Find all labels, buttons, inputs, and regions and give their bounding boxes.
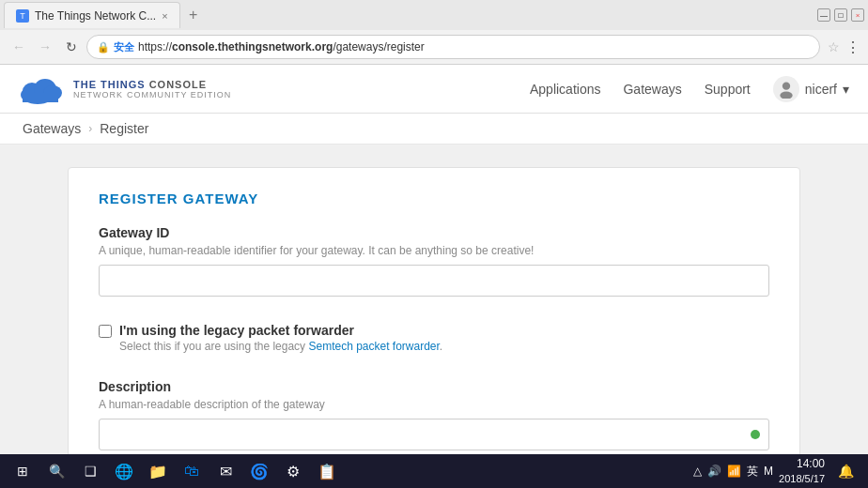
- taskbar-time: 14:00: [779, 456, 825, 472]
- nav-bar: ← → ↻ 🔒 安全 https://console.thethingsnetw…: [0, 30, 868, 64]
- nav-support[interactable]: Support: [705, 82, 751, 97]
- breadcrumb: Gateways › Register: [0, 114, 868, 145]
- back-button[interactable]: ←: [8, 36, 30, 58]
- legacy-hint-suffix: .: [440, 340, 442, 353]
- secure-label: 安全: [114, 40, 134, 54]
- taskbar-store-icon[interactable]: 🛍: [177, 456, 207, 486]
- taskbar-left: ⊞ 🔍 ❑ 🌐 📁 🛍 ✉ 🌀 ⚙ 📋: [8, 456, 342, 486]
- legacy-checkbox-hint: Select this if you are using the legacy …: [119, 340, 442, 353]
- address-bar[interactable]: 🔒 安全 https://console.thethingsnetwork.or…: [86, 35, 820, 59]
- svg-text:T: T: [20, 11, 25, 21]
- minimize-button[interactable]: —: [817, 8, 830, 22]
- gateway-id-hint: A unique, human-readable identifier for …: [99, 244, 769, 257]
- legacy-checkbox-label: I'm using the legacy packet forwarder: [119, 323, 442, 338]
- register-title: REGISTER GATEWAY: [99, 191, 769, 206]
- taskbar-ie-icon[interactable]: 🌐: [109, 456, 139, 486]
- taskbar-input-icon: M: [764, 465, 773, 478]
- task-view-icon: ❑: [85, 464, 97, 479]
- main-content: REGISTER GATEWAY Gateway ID A unique, hu…: [0, 145, 868, 488]
- user-avatar-icon: [773, 76, 799, 102]
- user-name: nicerf: [805, 82, 837, 97]
- semtech-forwarder-link[interactable]: Semtech packet forwarder: [308, 340, 439, 353]
- forward-button[interactable]: →: [34, 36, 56, 58]
- task-view-button[interactable]: ❑: [75, 456, 105, 486]
- windows-icon: ⊞: [17, 464, 28, 479]
- url-protocol: https://: [138, 40, 172, 53]
- register-card: REGISTER GATEWAY Gateway ID A unique, hu…: [68, 167, 800, 488]
- legacy-checkbox-content: I'm using the legacy packet forwarder Se…: [119, 323, 442, 353]
- refresh-button[interactable]: ↻: [60, 36, 83, 58]
- url-domain: console.thethingsnetwork.org: [172, 40, 333, 53]
- gateway-id-input[interactable]: [99, 265, 769, 297]
- user-menu[interactable]: nicerf ▾: [773, 76, 849, 102]
- search-button[interactable]: 🔍: [41, 456, 71, 486]
- description-valid-indicator: [751, 430, 760, 439]
- gateway-id-label: Gateway ID: [99, 225, 769, 240]
- header-navigation: Applications Gateways Support nicerf ▾: [530, 76, 849, 102]
- taskbar: ⊞ 🔍 ❑ 🌐 📁 🛍 ✉ 🌀 ⚙ 📋 △ 🔊 📶 英 M 14:00 2018…: [0, 454, 868, 488]
- taskbar-chrome-icon[interactable]: 🌀: [244, 456, 274, 486]
- taskbar-explorer-icon[interactable]: 📁: [143, 456, 173, 486]
- svg-rect-6: [23, 93, 58, 102]
- taskbar-unknown-icon[interactable]: 📋: [312, 456, 342, 486]
- browser-menu-icon[interactable]: ⋮: [845, 38, 860, 56]
- taskbar-language-indicator: 英: [747, 464, 758, 480]
- taskbar-settings-icon[interactable]: ⚙: [278, 456, 308, 486]
- taskbar-right: △ 🔊 📶 英 M 14:00 2018/5/17 🔔: [693, 456, 860, 486]
- taskbar-mail-icon[interactable]: ✉: [210, 456, 240, 486]
- url-path: /gateways/register: [333, 40, 424, 53]
- lock-icon: 🔒: [97, 41, 110, 53]
- description-input-wrapper: [99, 419, 769, 450]
- url-display: https://console.thethingsnetwork.org/gat…: [138, 40, 425, 53]
- nav-gateways[interactable]: Gateways: [623, 82, 681, 97]
- svg-point-7: [783, 82, 790, 89]
- description-label: Description: [99, 379, 769, 394]
- legacy-checkbox[interactable]: [99, 325, 112, 338]
- taskbar-notification-icon: △: [693, 465, 702, 478]
- notification-center-button[interactable]: 🔔: [830, 456, 860, 486]
- nav-applications[interactable]: Applications: [530, 82, 601, 97]
- logo-area: THE THINGS CONSOLE NETWORK COMMUNITY EDI…: [19, 74, 231, 104]
- legacy-checkbox-row: I'm using the legacy packet forwarder Se…: [99, 315, 769, 360]
- taskbar-network-icon: 📶: [727, 465, 741, 478]
- new-tab-button[interactable]: +: [184, 2, 203, 28]
- browser-chrome: T The Things Network C... × + — □ × ← → …: [0, 0, 868, 65]
- taskbar-clock: 14:00 2018/5/17: [779, 456, 825, 486]
- breadcrumb-current: Register: [100, 121, 148, 136]
- logo-console: CONSOLE: [149, 79, 207, 90]
- description-hint: A human-readable description of the gate…: [99, 398, 769, 411]
- logo-text: THE THINGS CONSOLE NETWORK COMMUNITY EDI…: [73, 79, 231, 99]
- tab-bar: T The Things Network C... × + — □ ×: [0, 0, 868, 30]
- svg-point-8: [780, 91, 792, 99]
- gateway-id-section: Gateway ID A unique, human-readable iden…: [99, 225, 769, 297]
- active-tab[interactable]: T The Things Network C... ×: [4, 2, 180, 28]
- app-header: THE THINGS CONSOLE NETWORK COMMUNITY EDI…: [0, 65, 868, 114]
- description-section: Description A human-readable description…: [99, 379, 769, 450]
- breadcrumb-gateways-link[interactable]: Gateways: [23, 121, 81, 136]
- user-chevron-icon: ▾: [843, 82, 849, 97]
- logo-ttn: THE THINGS: [73, 79, 146, 90]
- bookmark-star-icon[interactable]: ☆: [828, 39, 840, 54]
- restore-button[interactable]: □: [834, 8, 847, 22]
- tab-close-button[interactable]: ×: [162, 10, 167, 22]
- taskbar-volume-icon: 🔊: [707, 465, 721, 478]
- ttn-logo-cloud: [19, 74, 64, 104]
- legacy-hint-prefix: Select this if you are using the legacy: [119, 340, 308, 353]
- tab-title: The Things Network C...: [35, 9, 156, 23]
- close-window-button[interactable]: ×: [851, 8, 864, 22]
- logo-network: NETWORK: [73, 90, 123, 99]
- taskbar-date: 2018/5/17: [779, 472, 825, 486]
- breadcrumb-separator: ›: [88, 122, 92, 135]
- logo-edition: COMMUNITY EDITION: [127, 90, 231, 99]
- start-button[interactable]: ⊞: [8, 456, 38, 486]
- tab-favicon: T: [16, 9, 29, 23]
- description-input[interactable]: [99, 419, 769, 450]
- search-icon: 🔍: [49, 464, 65, 479]
